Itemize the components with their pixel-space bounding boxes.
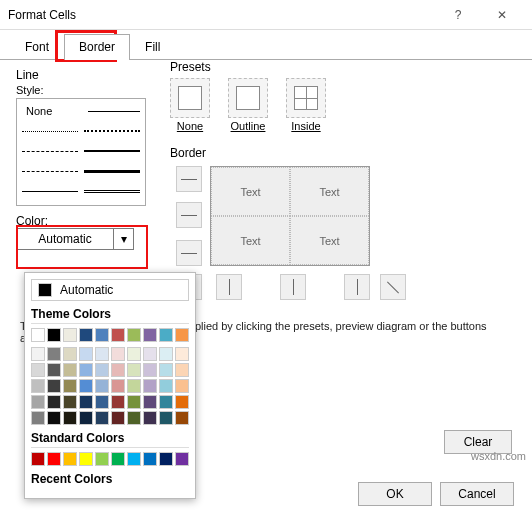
tab-font[interactable]: Font	[10, 34, 64, 60]
color-swatch[interactable]	[159, 379, 173, 393]
color-swatch[interactable]	[175, 363, 189, 377]
border-left-button[interactable]	[216, 274, 242, 300]
color-swatch[interactable]	[175, 379, 189, 393]
color-swatch[interactable]	[175, 411, 189, 425]
color-dropdown[interactable]: Automatic ▾	[16, 228, 134, 250]
help-button[interactable]: ?	[436, 1, 480, 29]
style-opt[interactable]	[21, 163, 79, 179]
border-preview[interactable]: Text Text Text Text	[210, 166, 370, 266]
color-swatch[interactable]	[47, 363, 61, 377]
style-opt[interactable]	[21, 123, 79, 139]
cancel-button[interactable]: Cancel	[440, 482, 514, 506]
tab-border[interactable]: Border	[64, 34, 130, 60]
color-swatch[interactable]	[159, 363, 173, 377]
color-swatch[interactable]	[159, 411, 173, 425]
border-right-button[interactable]	[344, 274, 370, 300]
color-swatch[interactable]	[127, 452, 141, 466]
border-top-button[interactable]	[176, 166, 202, 192]
color-swatch[interactable]	[79, 452, 93, 466]
color-swatch[interactable]	[95, 452, 109, 466]
color-swatch[interactable]	[95, 395, 109, 409]
color-swatch[interactable]	[95, 379, 109, 393]
color-swatch[interactable]	[159, 452, 173, 466]
color-swatch[interactable]	[31, 328, 45, 342]
color-swatch[interactable]	[95, 347, 109, 361]
color-swatch[interactable]	[47, 395, 61, 409]
color-swatch[interactable]	[111, 395, 125, 409]
color-swatch[interactable]	[143, 395, 157, 409]
color-swatch[interactable]	[127, 411, 141, 425]
color-swatch[interactable]	[143, 328, 157, 342]
color-swatch[interactable]	[63, 363, 77, 377]
line-style-list[interactable]: None	[16, 98, 146, 206]
style-opt[interactable]	[83, 163, 141, 179]
color-swatch[interactable]	[143, 363, 157, 377]
color-swatch[interactable]	[63, 347, 77, 361]
border-diag2-button[interactable]	[380, 274, 406, 300]
color-swatch[interactable]	[175, 395, 189, 409]
style-none[interactable]: None	[21, 103, 83, 119]
color-swatch[interactable]	[63, 328, 77, 342]
style-opt[interactable]	[83, 143, 141, 159]
close-button[interactable]: ✕	[480, 1, 524, 29]
border-hmid-button[interactable]	[176, 202, 202, 228]
color-swatch[interactable]	[159, 328, 173, 342]
color-swatch[interactable]	[79, 395, 93, 409]
color-swatch[interactable]	[47, 379, 61, 393]
color-swatch[interactable]	[79, 363, 93, 377]
preset-outline[interactable]	[228, 78, 268, 118]
color-swatch[interactable]	[159, 347, 173, 361]
color-swatch[interactable]	[95, 363, 109, 377]
color-swatch[interactable]	[127, 363, 141, 377]
color-swatch[interactable]	[47, 347, 61, 361]
color-swatch[interactable]	[79, 411, 93, 425]
color-swatch[interactable]	[111, 379, 125, 393]
color-swatch[interactable]	[31, 411, 45, 425]
color-swatch[interactable]	[111, 452, 125, 466]
border-bottom-button[interactable]	[176, 240, 202, 266]
tab-fill[interactable]: Fill	[130, 34, 175, 60]
color-swatch[interactable]	[63, 452, 77, 466]
color-swatch[interactable]	[175, 347, 189, 361]
color-swatch[interactable]	[175, 452, 189, 466]
color-swatch[interactable]	[63, 411, 77, 425]
color-swatch[interactable]	[127, 379, 141, 393]
color-swatch[interactable]	[31, 379, 45, 393]
preset-none[interactable]	[170, 78, 210, 118]
color-swatch[interactable]	[79, 347, 93, 361]
color-swatch[interactable]	[143, 347, 157, 361]
color-swatch[interactable]	[143, 411, 157, 425]
color-swatch[interactable]	[127, 328, 141, 342]
color-swatch[interactable]	[31, 452, 45, 466]
color-swatch[interactable]	[159, 395, 173, 409]
color-swatch[interactable]	[31, 347, 45, 361]
ok-button[interactable]: OK	[358, 482, 432, 506]
color-swatch[interactable]	[79, 379, 93, 393]
style-opt[interactable]	[21, 183, 79, 199]
preset-inside[interactable]	[286, 78, 326, 118]
color-swatch[interactable]	[47, 452, 61, 466]
color-swatch[interactable]	[63, 395, 77, 409]
style-opt[interactable]	[83, 123, 141, 139]
style-opt[interactable]	[83, 183, 141, 199]
automatic-item[interactable]: Automatic	[31, 279, 189, 301]
color-swatch[interactable]	[111, 347, 125, 361]
color-swatch[interactable]	[95, 328, 109, 342]
border-vmid-button[interactable]	[280, 274, 306, 300]
color-swatch[interactable]	[111, 363, 125, 377]
style-opt[interactable]	[21, 143, 79, 159]
color-swatch[interactable]	[31, 363, 45, 377]
color-swatch[interactable]	[95, 411, 109, 425]
color-swatch[interactable]	[127, 395, 141, 409]
color-swatch[interactable]	[79, 328, 93, 342]
color-swatch[interactable]	[111, 328, 125, 342]
color-swatch[interactable]	[47, 328, 61, 342]
style-opt[interactable]	[87, 103, 141, 119]
color-swatch[interactable]	[31, 395, 45, 409]
color-swatch[interactable]	[175, 328, 189, 342]
color-swatch[interactable]	[111, 411, 125, 425]
color-swatch[interactable]	[63, 379, 77, 393]
color-swatch[interactable]	[143, 452, 157, 466]
color-swatch[interactable]	[143, 379, 157, 393]
color-swatch[interactable]	[127, 347, 141, 361]
